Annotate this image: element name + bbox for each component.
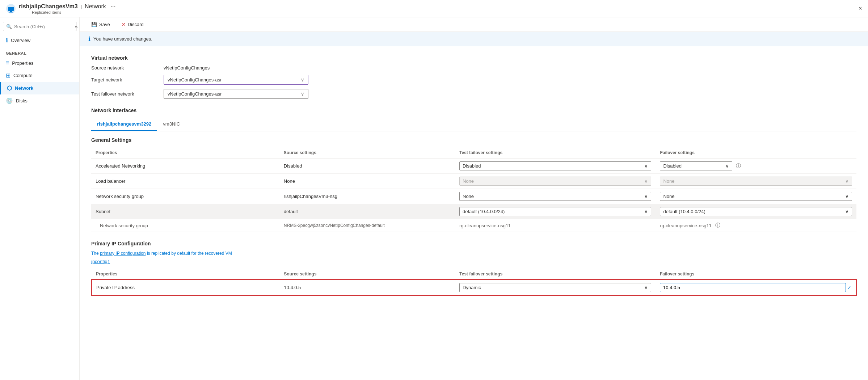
sidebar-item-label: Overview — [11, 38, 30, 43]
search-icon: 🔍 — [6, 24, 12, 29]
sidebar-item-network[interactable]: ⬡ Network — [0, 82, 79, 94]
table-row: Network security group rishjailpChangesV… — [91, 189, 856, 204]
sidebar: 🔍 « ℹ Overview General ≡ Properties ⊞ Co… — [0, 17, 80, 380]
target-network-row: Target network vNetIpConfigChanges-asr ∨ — [91, 75, 856, 85]
test-dropdown-private-ip[interactable]: Dynamic ∨ — [459, 283, 651, 292]
primary-ip-title: Primary IP Configuration — [91, 241, 856, 246]
search-box[interactable]: 🔍 « — [3, 22, 76, 31]
test-dropdown-subnet[interactable]: default (10.4.0.0/24) ∨ — [459, 207, 651, 216]
cell-property: Accelerated Networking — [91, 159, 279, 174]
svg-rect-3 — [9, 12, 13, 13]
cell-test: rg-cleanupservice-nsg11 — [455, 219, 656, 232]
chevron-down-icon: ∨ — [725, 163, 729, 169]
tab-nic2[interactable]: vm3NIC — [157, 118, 186, 131]
cell-property: Network security group — [91, 189, 279, 204]
chevron-down-icon: ∨ — [845, 178, 849, 184]
info-icon: ⓘ — [736, 163, 741, 169]
cell-failover: Disabled ∨ ⓘ — [656, 159, 856, 174]
source-network-label: Source network — [91, 65, 164, 71]
discard-button[interactable]: ✕ Discard — [119, 20, 147, 29]
private-ip-row: Private IP address 10.4.0.5 Dynamic ∨ — [92, 280, 856, 295]
primary-ip-section: Primary IP Configuration The primary IP … — [91, 241, 856, 296]
virtual-network-title: Virtual network — [91, 55, 856, 61]
test-failover-value: vNetIpConfigChanges-asr — [168, 91, 222, 97]
cell-failover: rg-cleanupservice-nsg11 ⓘ — [656, 219, 856, 232]
col-header-test: Test failover settings — [455, 269, 656, 280]
cell-source: rishjailpChangesVm3-nsg — [279, 189, 455, 204]
test-failover-dropdown[interactable]: vNetIpConfigChanges-asr ∨ — [164, 89, 308, 99]
overview-icon: ℹ — [6, 37, 8, 44]
cell-test: Disabled ∨ — [455, 159, 656, 174]
check-icon: ✓ — [847, 285, 851, 290]
cell-property: Private IP address — [92, 280, 279, 295]
cell-source: None — [279, 174, 455, 189]
sidebar-item-compute[interactable]: ⊞ Compute — [0, 69, 79, 82]
failover-dropdown-lb: None ∨ — [660, 177, 852, 186]
target-network-value: vNetIpConfigChanges-asr — [168, 77, 222, 83]
alert-icon: ℹ — [88, 35, 90, 42]
nic-tabs: rishjaiipchangesvm3292 vm3NIC — [91, 118, 856, 131]
primary-ip-note: The primary IP configuration is replicat… — [91, 251, 856, 256]
ipconfig-link[interactable]: ipconfig1 — [91, 259, 110, 264]
sidebar-item-overview[interactable]: ℹ Overview — [0, 34, 79, 47]
disks-icon: 💿 — [6, 97, 13, 104]
cell-failover: default (10.4.0.0/24) ∨ — [656, 204, 856, 219]
source-network-value: vNetIpConfigChanges — [164, 65, 210, 71]
header-separator: | — [81, 4, 82, 9]
chevron-down-icon: ∨ — [301, 91, 304, 97]
header-menu-dots[interactable]: ··· — [110, 3, 116, 10]
failover-ip-input[interactable] — [660, 283, 846, 292]
cell-source: default — [279, 204, 455, 219]
col-header-source: Source settings — [279, 147, 455, 159]
search-input[interactable] — [14, 24, 75, 29]
table-row: Load balancer None None ∨ — [91, 174, 856, 189]
save-label: Save — [99, 22, 110, 27]
primary-ip-note-text: The — [91, 251, 100, 256]
close-button[interactable]: × — [858, 5, 862, 12]
target-network-dropdown[interactable]: vNetIpConfigChanges-asr ∨ — [164, 75, 308, 85]
collapse-button[interactable]: « — [75, 24, 78, 29]
cell-property: Subnet — [91, 204, 279, 219]
failover-dropdown-subnet[interactable]: default (10.4.0.0/24) ∨ — [660, 207, 852, 216]
cell-source: Disabled — [279, 159, 455, 174]
cell-property: Network security group — [91, 219, 279, 232]
sidebar-item-label: Disks — [16, 98, 28, 104]
source-network-row: Source network vNetIpConfigChanges — [91, 65, 856, 71]
svg-rect-1 — [8, 7, 14, 11]
sidebar-item-disks[interactable]: 💿 Disks — [0, 94, 79, 107]
chevron-down-icon: ∨ — [845, 209, 849, 214]
header-sub-label: Replicated items — [32, 10, 116, 14]
primary-ip-link[interactable]: primary IP configuration — [100, 251, 146, 256]
col-header-properties: Properties — [92, 269, 279, 280]
sidebar-item-properties[interactable]: ≡ Properties — [0, 57, 79, 69]
tab-nic1[interactable]: rishjaiipchangesvm3292 — [91, 118, 157, 131]
sidebar-item-label: Compute — [13, 73, 33, 78]
table-row: Subnet default default (10.4.0.0/24) ∨ — [91, 204, 856, 219]
cell-test: None ∨ — [455, 174, 656, 189]
network-icon: ⬡ — [7, 85, 12, 92]
failover-dropdown-accel[interactable]: Disabled ∨ — [660, 161, 732, 170]
content-area: 💾 Save ✕ Discard ℹ You have unsaved chan… — [80, 17, 868, 380]
primary-ip-table: Properties Source settings Test failover… — [91, 269, 856, 296]
toolbar: 💾 Save ✕ Discard — [80, 17, 868, 32]
col-header-properties: Properties — [91, 147, 279, 159]
cell-test: None ∨ — [455, 189, 656, 204]
save-icon: 💾 — [91, 22, 97, 27]
discard-icon: ✕ — [122, 22, 126, 27]
chevron-down-icon: ∨ — [301, 77, 304, 83]
primary-ip-note-text2: is replicated by default for the recover… — [147, 251, 232, 256]
save-button[interactable]: 💾 Save — [88, 20, 113, 29]
alert-banner: ℹ You have unsaved changes. — [80, 32, 868, 46]
page-title: Network — [85, 3, 106, 10]
test-dropdown-accel[interactable]: Disabled ∨ — [459, 161, 651, 170]
col-header-source: Source settings — [279, 269, 455, 280]
sidebar-section-general: General — [0, 47, 79, 57]
general-settings-title: General Settings — [91, 137, 856, 143]
alert-text: You have unsaved changes. — [93, 36, 152, 42]
test-dropdown-nsg[interactable]: None ∨ — [459, 192, 651, 201]
cell-property: Load balancer — [91, 174, 279, 189]
page-content: Virtual network Source network vNetIpCon… — [80, 46, 868, 304]
test-failover-label: Test failover network — [91, 91, 164, 97]
discard-label: Discard — [128, 22, 144, 27]
failover-dropdown-nsg[interactable]: None ∨ — [660, 192, 852, 201]
